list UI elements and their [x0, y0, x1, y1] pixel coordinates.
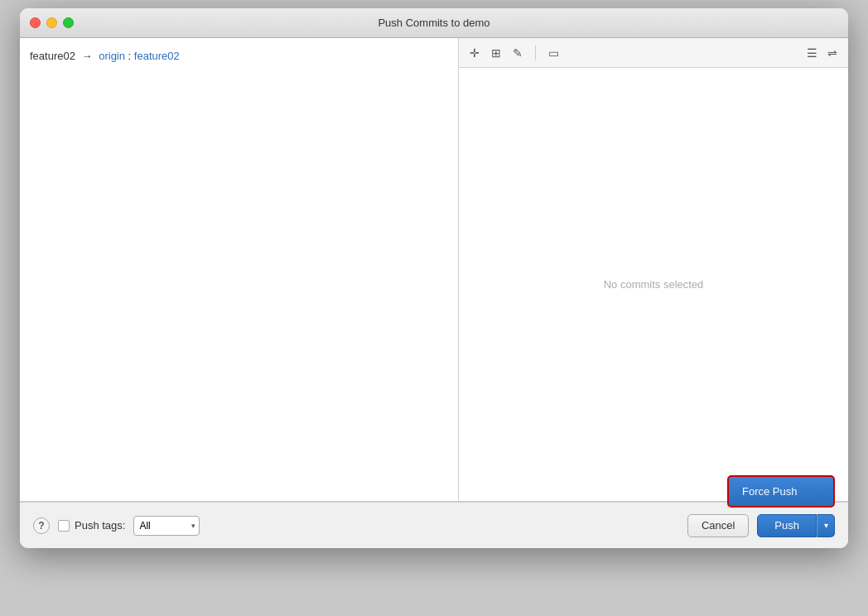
remote-link[interactable]: origin [99, 50, 125, 62]
title-bar: Push Commits to demo [20, 8, 848, 38]
bottom-bar: ? Push tags: All None Tracked ▾ Cancel P… [20, 502, 848, 548]
right-toolbar: ✛ ⊞ ✎ ▭ ☰ ⇌ [459, 38, 848, 68]
tags-select-wrapper: All None Tracked ▾ [133, 516, 200, 536]
left-panel: feature02 → origin : feature02 [20, 38, 459, 501]
maximize-button[interactable] [63, 17, 74, 28]
no-commits-text: No commits selected [604, 278, 704, 291]
branch-arrow: → [82, 50, 93, 62]
push-button[interactable]: Push [757, 514, 817, 537]
help-button[interactable]: ? [33, 517, 50, 534]
filter-icon[interactable]: ☰ [804, 45, 820, 61]
tag-icon[interactable]: ▭ [546, 45, 562, 61]
toolbar-right: ☰ ⇌ [804, 45, 840, 61]
separator: : [125, 50, 134, 62]
cancel-button[interactable]: Cancel [687, 514, 749, 537]
force-push-item[interactable]: Force Push [729, 477, 833, 506]
target-branch-link[interactable]: feature02 [134, 50, 180, 62]
sort-icon[interactable]: ⇌ [825, 45, 840, 61]
push-commits-window: Push Commits to demo feature02 → origin … [20, 8, 848, 548]
push-button-group: Push ▾ Force Push [757, 514, 835, 537]
add-icon[interactable]: ✛ [467, 45, 482, 61]
window-body: feature02 → origin : feature02 ✛ ⊞ ✎ ▭ [20, 38, 848, 548]
push-tags-checkbox[interactable] [58, 520, 70, 532]
push-tags-label: Push tags: [58, 519, 125, 532]
push-tags-text: Push tags: [75, 519, 125, 532]
graph-icon[interactable]: ⊞ [489, 45, 504, 61]
no-commits-message: No commits selected [459, 68, 848, 501]
source-branch: feature02 [30, 50, 75, 62]
push-dropdown-button[interactable]: ▾ [817, 514, 835, 537]
minimize-button[interactable] [46, 17, 57, 28]
close-button[interactable] [30, 17, 41, 28]
tags-select[interactable]: All None Tracked [133, 516, 200, 536]
toolbar-left: ✛ ⊞ ✎ ▭ [467, 45, 562, 61]
toolbar-divider [535, 46, 536, 60]
right-panel: ✛ ⊞ ✎ ▭ ☰ ⇌ No commits selected [459, 38, 848, 501]
edit-icon[interactable]: ✎ [510, 45, 525, 61]
traffic-lights [30, 17, 74, 28]
branch-info: feature02 → origin : feature02 [28, 46, 450, 65]
window-title: Push Commits to demo [378, 17, 489, 29]
force-push-dropdown: Force Push [727, 475, 835, 508]
dropdown-arrow-icon: ▾ [824, 521, 828, 530]
content-area: feature02 → origin : feature02 ✛ ⊞ ✎ ▭ [20, 38, 848, 502]
